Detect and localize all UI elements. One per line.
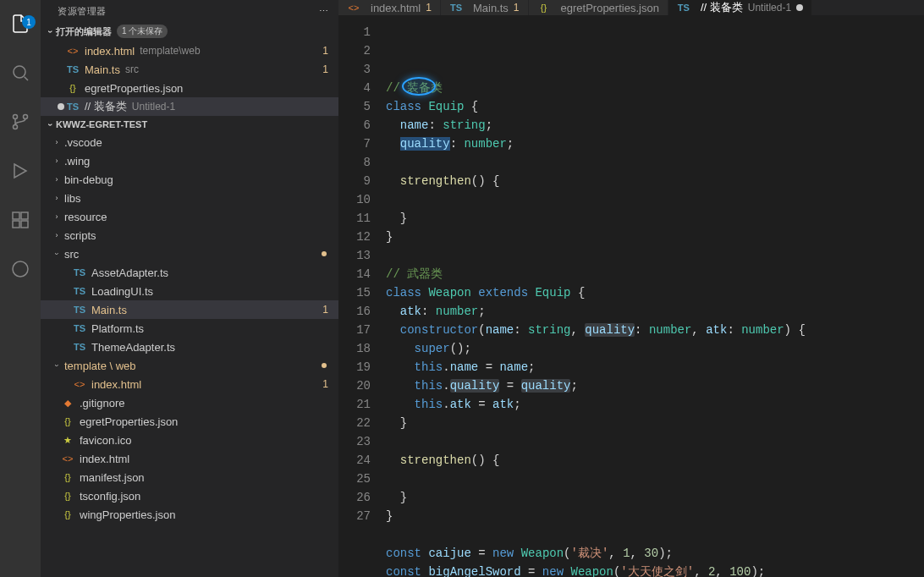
json-icon: {} [61, 472, 74, 482]
editor-tab[interactable]: TS // 装备类 Untitled-1 [668, 0, 812, 15]
file-item[interactable]: TS LoadingUI.ts [41, 282, 338, 300]
activity-explorer[interactable]: 1 [0, 7, 41, 41]
code-line[interactable]: } [386, 507, 924, 525]
code-line[interactable] [386, 246, 924, 265]
code-line[interactable]: strengthen() { [386, 172, 924, 190]
code-line[interactable]: } [386, 414, 924, 432]
activity-search[interactable] [0, 56, 41, 90]
editor-tab[interactable]: <> index.html 1 [338, 0, 441, 15]
file-item[interactable]: ★ favicon.ico [41, 431, 338, 449]
file-item[interactable]: <> index.html 1 [41, 375, 338, 393]
folder-name: libs [64, 192, 81, 205]
ts-icon: TS [73, 323, 86, 333]
folder-name: bin-debug [64, 173, 113, 186]
code-line[interactable] [386, 153, 924, 172]
folder-item[interactable]: › resource [41, 207, 338, 226]
code-line[interactable]: } [386, 228, 924, 246]
code-line[interactable]: name: string; [386, 116, 924, 135]
code-editor[interactable]: 1234567891011121314151617181920212223242… [338, 16, 924, 577]
code-line[interactable]: const bigAngelSword = new Weapon('大天使之剑'… [386, 563, 924, 577]
folder-item[interactable]: › libs [41, 189, 338, 207]
line-number: 2 [338, 41, 371, 60]
code-line[interactable] [386, 470, 924, 488]
remote-icon [10, 259, 30, 279]
line-number: 24 [338, 451, 371, 470]
code-content[interactable]: // 装备类class Equip { name: string; qualit… [386, 23, 924, 577]
editor-tab[interactable]: TS Main.ts 1 [441, 0, 529, 15]
code-line[interactable]: } [386, 488, 924, 507]
file-item[interactable]: TS AssetAdapter.ts [41, 263, 338, 282]
editor-tab[interactable]: {} egretProperties.json [529, 0, 668, 15]
sidebar-header: 资源管理器 ⋯ [41, 0, 338, 23]
svg-point-0 [14, 66, 25, 78]
tab-modified: 1 [514, 2, 520, 14]
code-line[interactable]: class Weapon extends Equip { [386, 283, 924, 302]
open-editor-item[interactable]: {} egretProperties.json [41, 79, 338, 97]
code-line[interactable]: const caijue = new Weapon('裁决', 1, 30); [386, 544, 924, 563]
code-line[interactable] [386, 525, 924, 544]
code-line[interactable]: strengthen() { [386, 451, 924, 470]
extensions-icon [10, 210, 30, 230]
more-icon[interactable]: ⋯ [319, 6, 329, 17]
file-item[interactable]: {} wingProperties.json [41, 505, 338, 524]
code-line[interactable]: super(); [386, 339, 924, 358]
code-line[interactable]: atk: number; [386, 302, 924, 321]
line-number: 10 [338, 190, 371, 209]
tab-label: egretProperties.json [561, 2, 659, 14]
open-editor-item[interactable]: TS // 装备类 Untitled-1 [41, 97, 338, 116]
code-line[interactable]: } [386, 209, 924, 228]
tab-label: Main.ts [473, 2, 509, 14]
file-name: Platform.ts [91, 322, 144, 335]
gitignore-icon: ◆ [61, 398, 74, 409]
file-item[interactable]: TS ThemeAdapter.ts [41, 338, 338, 356]
file-item[interactable]: TS Platform.ts [41, 319, 338, 338]
html-icon: <> [73, 379, 86, 389]
file-item[interactable]: {} manifest.json [41, 468, 338, 486]
svg-rect-4 [13, 212, 19, 219]
git-count: 1 [322, 45, 328, 57]
code-line[interactable]: quality: number; [386, 135, 924, 153]
file-name: // 装备类 [85, 99, 127, 114]
code-line[interactable]: class Equip { [386, 97, 924, 116]
folder-item[interactable]: › bin-debug [41, 170, 338, 189]
folder-item[interactable]: › src [41, 245, 338, 263]
file-name: wingProperties.json [80, 508, 175, 521]
code-line[interactable] [386, 190, 924, 209]
code-line[interactable] [386, 432, 924, 451]
code-line[interactable]: this.quality = quality; [386, 376, 924, 395]
activity-debug[interactable] [0, 154, 41, 188]
folder-item[interactable]: › .wing [41, 151, 338, 170]
open-editor-item[interactable]: TS Main.ts src 1 [41, 60, 338, 79]
file-item[interactable]: ◆ .gitignore [41, 393, 338, 412]
code-line[interactable]: // 装备类 [386, 79, 924, 97]
folder-item[interactable]: › scripts [41, 226, 338, 245]
file-item[interactable]: {} egretProperties.json [41, 412, 338, 431]
svg-point-3 [24, 115, 28, 119]
line-number: 17 [338, 321, 371, 339]
file-item[interactable]: TS Main.ts 1 [41, 300, 338, 319]
file-item[interactable]: <> index.html [41, 449, 338, 468]
html-icon: <> [66, 46, 80, 56]
project-header[interactable]: › KWWZ-EGRET-TEST [41, 118, 338, 131]
folder-name: template \ web [64, 360, 136, 372]
code-line[interactable]: constructor(name: string, quality: numbe… [386, 321, 924, 339]
line-number: 22 [338, 414, 371, 432]
file-name: .gitignore [80, 397, 124, 409]
activity-extensions[interactable] [0, 203, 41, 237]
code-line[interactable]: // 武器类 [386, 265, 924, 283]
code-line[interactable]: this.atk = atk; [386, 395, 924, 414]
unsaved-badge: 1 个未保存 [117, 25, 168, 38]
ts-icon: TS [73, 267, 86, 278]
folder-item[interactable]: › template \ web [41, 356, 338, 375]
activity-scm[interactable] [0, 105, 41, 139]
git-count: 1 [322, 378, 328, 390]
git-indicator [322, 363, 327, 368]
git-count: 1 [322, 63, 328, 75]
open-editors-header[interactable]: › 打开的编辑器 1 个未保存 [41, 23, 338, 40]
file-item[interactable]: {} tsconfig.json [41, 486, 338, 505]
open-editor-item[interactable]: <> index.html template\web 1 [41, 41, 338, 60]
activity-remote[interactable] [0, 252, 41, 286]
folder-item[interactable]: › .vscode [41, 133, 338, 151]
file-path: src [125, 63, 139, 75]
code-line[interactable]: this.name = name; [386, 358, 924, 376]
